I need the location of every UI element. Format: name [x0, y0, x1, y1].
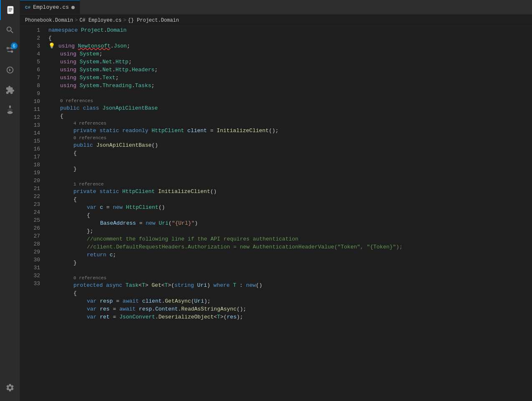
line-num-4: 4: [30, 50, 40, 58]
tab-employee-cs[interactable]: C# Employee.cs: [20, 0, 80, 14]
code-line-10: public class JsonApiClientBase: [48, 104, 524, 112]
line-num-21: 21: [30, 185, 40, 193]
code-line-11: {: [48, 112, 524, 120]
line-num-6: 6: [30, 66, 40, 74]
line-num-17: 17: [30, 153, 40, 161]
line-num-26: 26: [30, 224, 40, 232]
breadcrumb-part-3[interactable]: {} Project.Domain: [128, 18, 179, 23]
code-line-27: }: [48, 259, 524, 267]
token-dot-3: .: [111, 42, 114, 50]
code-line-31: var resp = await client.GetAsync(Uri);: [48, 297, 524, 305]
tab-lang: C#: [25, 5, 30, 10]
token-namespace: namespace: [48, 26, 78, 34]
code-lines: namespace Project.Domain { 💡using Newton…: [45, 26, 532, 401]
activity-bottom: [0, 378, 20, 401]
sidebar-item-settings[interactable]: [0, 378, 20, 398]
token-project-domain: Project: [81, 26, 104, 34]
token-system-net-http: System: [80, 58, 99, 66]
code-line-26: return c;: [48, 251, 524, 259]
activity-bar: 6: [0, 0, 20, 401]
line-num-32: 32: [30, 272, 40, 280]
sidebar-item-search[interactable]: [0, 20, 20, 40]
token-semi-4: ;: [99, 50, 103, 58]
token-dot: .: [104, 26, 107, 34]
token-semi-3: ;: [127, 42, 130, 50]
code-line-9: [48, 90, 524, 98]
code-line-3: 💡using Newtonsoft.Json;: [48, 42, 524, 50]
code-line-2: {: [48, 34, 524, 42]
token-newtonsoft: Newtonsoft: [78, 42, 111, 50]
token-space-3: [75, 42, 78, 50]
meta-4-references: 4 references: [73, 120, 524, 127]
code-line-1: namespace Project.Domain: [48, 26, 524, 34]
source-control-badge: 6: [11, 43, 18, 49]
token-open-brace-ns: {: [48, 34, 52, 42]
line-numbers: 1 2 3 4 5 6 7 8 9 10 11 12 13 14 15 16 1…: [20, 26, 45, 401]
code-line-4: using System;: [48, 50, 524, 58]
editor-area[interactable]: 1 2 3 4 5 6 7 8 9 10 11 12 13 14 15 16 1…: [20, 26, 532, 401]
tab-modified-dot: [71, 6, 75, 9]
token-using-5: using: [60, 58, 76, 66]
code-line-15: [48, 157, 524, 165]
line-num-9: 9: [30, 90, 40, 98]
line-num-23: 23: [30, 200, 40, 208]
breadcrumb-part-2[interactable]: C# Employee.cs: [79, 18, 121, 23]
sidebar-item-extensions[interactable]: [0, 80, 20, 100]
line-num-31: 31: [30, 264, 40, 272]
line-num-13: 13: [30, 121, 40, 129]
meta-0-references-2: 0 references: [73, 135, 524, 141]
tab-filename: Employee.cs: [33, 4, 69, 10]
code-line-5: using System.Net.Http;: [48, 58, 524, 66]
breadcrumb-part-1[interactable]: Phonebook.Domain: [25, 18, 73, 23]
line-num-2: 2: [30, 34, 40, 42]
line-num-14: 14: [30, 129, 40, 137]
code-line-32: var res = await resp.Content.ReadAsStrin…: [48, 305, 524, 313]
code-line-13: public JsonApiClientBase(): [48, 141, 524, 149]
breadcrumb-sep-2: >: [123, 18, 126, 23]
token-space-4: [76, 50, 80, 58]
code-line-25: //client.DefaultRequestHeaders.Authoriza…: [48, 243, 524, 251]
code-line-20: var c = new HttpClient(): [48, 203, 524, 211]
line-num-12: 12: [30, 113, 40, 121]
code-line-19: {: [48, 195, 524, 203]
sidebar-item-explorer[interactable]: [0, 0, 20, 20]
line-num-29: 29: [30, 248, 40, 256]
code-line-12: private static readonly HttpClient clien…: [48, 127, 524, 135]
line-num-11: 11: [30, 105, 40, 113]
token-using-3: using: [58, 42, 75, 50]
line-num-19: 19: [30, 169, 40, 177]
line-num-20: 20: [30, 177, 40, 185]
line-num-16: 16: [30, 145, 40, 153]
line-num-33: 33: [30, 280, 40, 288]
sidebar-item-source-control[interactable]: 6: [0, 40, 20, 60]
line-num-25: 25: [30, 216, 40, 224]
code-line-33: var ret = JsonConvert.DeserializeObject<…: [48, 313, 524, 321]
code-line-14: {: [48, 149, 524, 157]
code-line-8: using System.Threading.Tasks;: [48, 82, 524, 90]
code-line-22: BaseAddress = new Uri("{Url}"): [48, 219, 524, 227]
sidebar-item-run[interactable]: [0, 60, 20, 80]
breadcrumb-sep-1: >: [75, 18, 78, 23]
tab-bar: C# Employee.cs: [20, 0, 532, 15]
meta-0-references-3: 0 references: [73, 275, 524, 281]
code-line-29: protected async Task<T> Get<T>(string Ur…: [48, 281, 524, 289]
token-system-4: System: [80, 50, 99, 58]
sidebar-item-testing[interactable]: [0, 100, 20, 120]
code-line-16: }: [48, 165, 524, 173]
code-line-24: //uncomment the following line if the AP…: [48, 235, 524, 243]
code-line-17: [48, 173, 524, 181]
line-num-24: 24: [30, 208, 40, 216]
line-num-30: 30: [30, 256, 40, 264]
breadcrumb: Phonebook.Domain > C# Employee.cs > {} P…: [20, 15, 532, 26]
line-num-3: 3: [30, 42, 40, 50]
line-num-7: 7: [30, 74, 40, 82]
line-num-1: 1: [30, 26, 40, 34]
lightbulb-icon[interactable]: 💡: [48, 42, 55, 50]
token-json: Json: [114, 42, 127, 50]
code-line-21: {: [48, 211, 524, 219]
token-using-4: using: [60, 50, 76, 58]
line-num-28: 28: [30, 240, 40, 248]
line-num-15: 15: [30, 137, 40, 145]
line-num-10: 10: [30, 98, 40, 105]
code-line-18: private static HttpClient InitializeClie…: [48, 188, 524, 195]
